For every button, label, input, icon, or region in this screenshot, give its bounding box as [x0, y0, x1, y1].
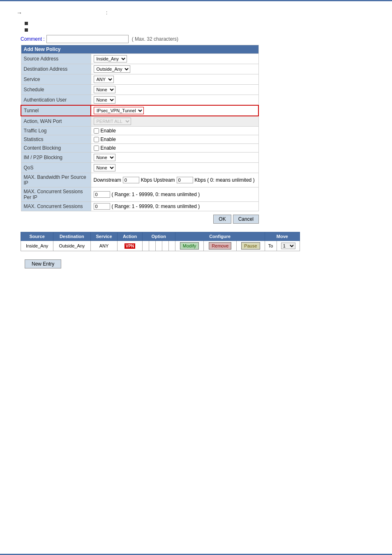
value-bandwidth: Downstream Kbps Upstream Kbps ( 0: means…: [91, 173, 258, 187]
select-schedule[interactable]: None: [94, 86, 115, 93]
value-im-p2p: None: [91, 153, 258, 163]
col-header-action: Action: [118, 232, 142, 241]
upstream-input[interactable]: [177, 177, 193, 183]
select-im-p2p[interactable]: None: [94, 154, 115, 161]
downstream-input[interactable]: [123, 177, 139, 183]
cell-source: Inside_Any: [21, 241, 53, 251]
pause-button[interactable]: Pause: [241, 242, 260, 250]
label-sessions-per-ip: MAX. Concurrent Sessions Per IP: [21, 187, 91, 202]
row-tunnel: Tunnel IPsec_VPN_Tunnel: [21, 105, 258, 116]
sessions-input[interactable]: [94, 203, 110, 210]
col-header-option: Option: [142, 232, 175, 241]
cell-service: ANY: [90, 241, 118, 251]
bullet-item-1: [25, 21, 376, 25]
arrow-line: → :: [16, 9, 376, 16]
vpn-badge: VPN: [125, 243, 136, 249]
row-auth-user: Authentication User None: [21, 95, 258, 106]
label-sessions: MAX. Concurrent Sessions: [21, 202, 91, 211]
sessions-hint: ( Range: 1 - 99999, 0: means unlimited ): [112, 204, 200, 209]
select-auth-user[interactable]: None: [94, 96, 115, 104]
cell-move-val[interactable]: 1: [277, 241, 300, 251]
value-source-address: Inside_Any: [91, 54, 258, 64]
row-bandwidth: MAX. Bandwidth Per Source IP Downstream …: [21, 173, 258, 187]
row-schedule: Schedule None: [21, 85, 258, 95]
value-sessions-per-ip: ( Range: 1 - 99999, 0: means unlimited ): [91, 187, 258, 202]
select-tunnel[interactable]: IPsec_VPN_Tunnel: [94, 107, 144, 114]
label-auth-user: Authentication User: [21, 95, 91, 106]
value-content-blocking: Enable: [91, 144, 258, 153]
label-service: Service: [21, 74, 91, 85]
select-qos[interactable]: None: [94, 164, 115, 171]
kbps2-label: Kbps ( 0: means unlimited ): [195, 177, 255, 183]
checkbox-statistics[interactable]: [94, 137, 99, 142]
modify-button[interactable]: Modify: [180, 242, 199, 250]
option-cell-3: [155, 241, 162, 251]
ok-button[interactable]: OK: [213, 215, 231, 224]
traffic-log-enable-label: Enable: [101, 128, 116, 134]
label-traffic-log: Traffic Log: [21, 127, 91, 135]
row-service: Service ANY: [21, 74, 258, 85]
checkbox-content-blocking[interactable]: [94, 146, 99, 151]
label-bandwidth: MAX. Bandwidth Per Source IP: [21, 173, 91, 187]
sessions-per-ip-hint: ( Range: 1 - 99999, 0: means unlimited ): [112, 192, 200, 197]
option-cell-2: [149, 241, 155, 251]
value-schedule: None: [91, 85, 258, 95]
row-content-blocking: Content Blocking Enable: [21, 144, 258, 153]
sessions-per-ip-input[interactable]: [94, 191, 110, 198]
content-blocking-enable-label: Enable: [101, 145, 116, 151]
ok-cancel-row: OK Cancel: [21, 215, 259, 224]
label-content-blocking: Content Blocking: [21, 144, 91, 153]
row-destination-address: Destination Address Outside_Any: [21, 64, 258, 74]
label-qos: QoS: [21, 163, 91, 173]
select-service[interactable]: ANY: [94, 76, 114, 83]
comment-label: Comment :: [21, 36, 45, 42]
bullet-icon-2: [25, 28, 28, 32]
comment-row: Comment : ( Max. 32 characters): [21, 35, 376, 43]
select-destination-address[interactable]: Outside_Any: [94, 65, 130, 73]
label-statistics: Statistics: [21, 135, 91, 144]
bullet-item-2: [25, 28, 376, 32]
statistics-enable-label: Enable: [101, 136, 116, 142]
option-cell-1: [142, 241, 149, 251]
col-header-source: Source: [21, 232, 53, 241]
cell-pause[interactable]: Pause: [237, 241, 265, 251]
cancel-button[interactable]: Cancel: [233, 215, 259, 224]
select-action-wan[interactable]: PERMIT ALL: [94, 118, 131, 125]
value-qos: None: [91, 163, 258, 173]
row-traffic-log: Traffic Log Enable: [21, 127, 258, 135]
col-header-move: Move: [265, 232, 300, 241]
kbps-upstream-label: Kbps Upstream: [141, 177, 175, 183]
comment-hint: ( Max. 32 characters): [132, 36, 178, 42]
row-action-wan: Action, WAN Port PERMIT ALL: [21, 116, 258, 127]
bullet-list: [25, 21, 376, 32]
new-entry-button[interactable]: New Entry: [25, 259, 61, 268]
cell-modify[interactable]: Modify: [175, 241, 204, 251]
policy-list-table: Source Destination Service Action Option…: [21, 232, 300, 251]
remove-button[interactable]: Remove: [209, 242, 231, 250]
cell-move-to: To: [265, 241, 277, 251]
value-tunnel: IPsec_VPN_Tunnel: [91, 105, 258, 116]
arrow-icon: →: [16, 9, 22, 16]
value-destination-address: Outside_Any: [91, 64, 258, 74]
move-to-label: To: [268, 243, 273, 248]
label-destination-address: Destination Address: [21, 64, 91, 74]
cell-remove[interactable]: Remove: [204, 241, 237, 251]
arrow-suffix: :: [106, 10, 107, 16]
cell-action: VPN: [118, 241, 142, 251]
new-entry-container: New Entry: [21, 255, 376, 268]
checkbox-traffic-log[interactable]: [94, 128, 99, 134]
label-im-p2p: IM / P2P Blocking: [21, 153, 91, 163]
value-service: ANY: [91, 74, 258, 85]
table-row: Inside_Any Outside_Any ANY VPN Modify: [21, 241, 300, 251]
row-statistics: Statistics Enable: [21, 135, 258, 144]
comment-input[interactable]: [46, 35, 129, 43]
label-tunnel: Tunnel: [21, 105, 91, 116]
value-action-wan: PERMIT ALL: [91, 116, 258, 127]
row-source-address: Source Address Inside_Any: [21, 54, 258, 64]
value-traffic-log: Enable: [91, 127, 258, 135]
select-source-address[interactable]: Inside_Any: [94, 55, 127, 62]
row-im-p2p: IM / P2P Blocking None: [21, 153, 258, 163]
row-sessions-per-ip: MAX. Concurrent Sessions Per IP ( Range:…: [21, 187, 258, 202]
move-select[interactable]: 1: [281, 243, 295, 249]
bullet-icon-1: [25, 22, 28, 25]
